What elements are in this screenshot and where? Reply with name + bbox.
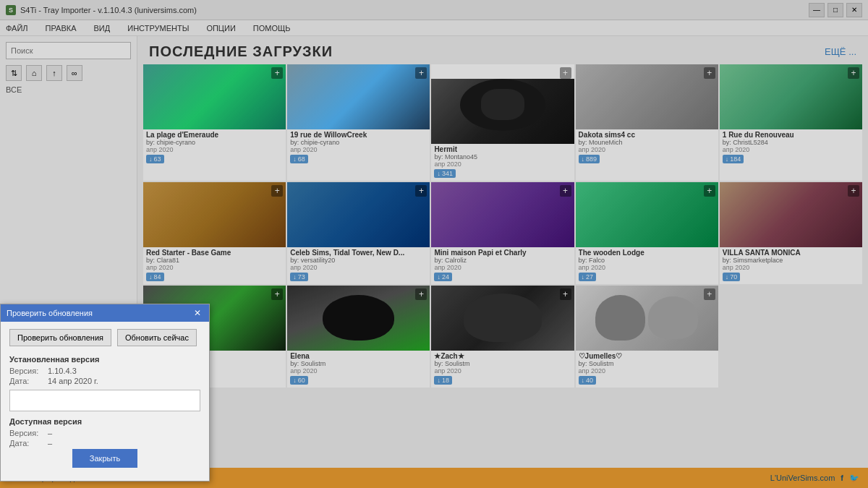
dialog-footer: Закрыть	[9, 449, 200, 474]
installed-section-title: Установленная версия	[9, 355, 200, 364]
notes-area	[9, 390, 200, 411]
installed-date-row: Дата: 14 апр 2020 г.	[9, 377, 200, 385]
available-version-row: Версия: –	[9, 429, 200, 437]
installed-date-value: 14 апр 2020 г.	[48, 377, 98, 385]
available-date-value: –	[48, 439, 52, 448]
available-date-label: Дата:	[9, 439, 42, 448]
available-version-label: Версия:	[9, 429, 42, 437]
installed-version-value: 1.10.4.3	[48, 367, 77, 375]
dialog-close-icon-button[interactable]: ✕	[192, 307, 203, 319]
check-updates-button[interactable]: Проверить обновления	[9, 329, 111, 346]
dialog-title-bar: Проверить обновления ✕	[1, 304, 209, 322]
dialog-close-button[interactable]: Закрыть	[72, 449, 137, 468]
dialog-content: Проверить обновления Обновить сейчас Уст…	[1, 322, 209, 481]
dialog-overlay: Проверить обновления ✕ Проверить обновле…	[0, 0, 868, 488]
available-date-row: Дата: –	[9, 439, 200, 448]
date-label: Дата:	[9, 377, 42, 385]
dialog-title: Проверить обновления	[7, 309, 93, 317]
installed-version-row: Версия: 1.10.4.3	[9, 367, 200, 375]
update-now-button[interactable]: Обновить сейчас	[117, 329, 197, 346]
version-label: Версия:	[9, 367, 42, 375]
available-section-title: Доступная версия	[9, 417, 200, 426]
available-version-value: –	[48, 429, 52, 437]
update-dialog: Проверить обновления ✕ Проверить обновле…	[0, 304, 210, 481]
dialog-action-row: Проверить обновления Обновить сейчас	[9, 329, 200, 346]
